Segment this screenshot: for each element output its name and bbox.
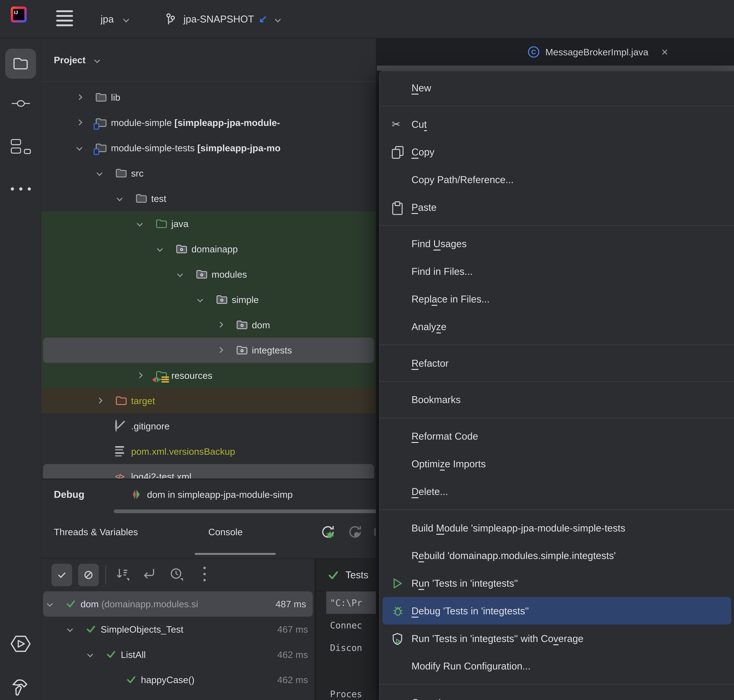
tree-row-gitignore[interactable]: .gitignore: [41, 413, 376, 439]
sort-by-duration-button[interactable]: [116, 566, 130, 582]
menu-item-replace-in-files[interactable]: Replace in Files...: [380, 285, 734, 313]
chevron-right-icon[interactable]: [217, 347, 223, 353]
project-panel-header[interactable]: Project: [41, 38, 376, 82]
menu-item-refactor[interactable]: Refactor: [380, 349, 734, 377]
tool-window-rail: [0, 38, 41, 700]
tab-threads-variables[interactable]: Threads & Variables: [54, 509, 138, 554]
chevron-down-icon[interactable]: [67, 626, 73, 632]
menu-item-copy[interactable]: Copy: [380, 138, 734, 166]
chevron-down-icon[interactable]: [177, 271, 183, 277]
tree-row-modules[interactable]: modules: [41, 262, 376, 287]
close-icon[interactable]: ✕: [661, 47, 668, 57]
chevron-down-icon[interactable]: [97, 170, 103, 176]
tree-row-dom[interactable]: dom: [41, 312, 376, 338]
menu-item-reformat-code[interactable]: Reformat Code: [380, 422, 734, 450]
console-line: Proces: [316, 683, 377, 700]
editor-tab-messagebrokerimpl[interactable]: C MessageBrokerImpl.java ✕: [528, 38, 668, 66]
chevron-down-icon[interactable]: [137, 221, 143, 227]
menu-item-rebuild[interactable]: Rebuild 'domainapp.modules.simple.integt…: [380, 542, 734, 569]
ide-window: IJ jpa jpa-SNAPSHOT ↙: [0, 0, 734, 700]
chevron-down-icon[interactable]: [76, 145, 82, 151]
tree-row-module-simple-tests[interactable]: module-simple-tests [simpleapp-jpa-mo: [41, 135, 376, 160]
more-options-button[interactable]: [203, 565, 207, 584]
chevron-down-icon[interactable]: [157, 246, 163, 252]
main-menu-burger-icon[interactable]: [56, 10, 73, 28]
chevron-down-icon[interactable]: [197, 296, 203, 303]
tree-row-java[interactable]: java: [41, 211, 376, 237]
menu-item-paste[interactable]: Paste: [380, 193, 734, 221]
commit-tool-button[interactable]: [5, 88, 36, 119]
tree-row-integtests-selected[interactable]: integtests: [43, 338, 374, 363]
build-tool-button[interactable]: [5, 672, 36, 700]
menu-item-bookmarks[interactable]: Bookmarks: [380, 386, 734, 413]
project-selector[interactable]: jpa: [101, 0, 128, 38]
resume-button[interactable]: [347, 524, 363, 540]
copy-icon: [392, 146, 404, 158]
chevron-down-icon[interactable]: [117, 195, 123, 201]
chevron-right-icon[interactable]: [137, 372, 143, 378]
tree-row-resources[interactable]: resources: [41, 363, 376, 388]
chevron-down-icon[interactable]: [47, 601, 53, 607]
menu-item-run-tests-with-coverage[interactable]: Run 'Tests in 'integtests'' with Coverag…: [380, 625, 734, 652]
circle-slash-icon: [84, 570, 93, 579]
navigate-with-selection-button[interactable]: [142, 566, 156, 581]
console-section: Tests "C:\Pr Connec Discon Proces: [314, 559, 377, 700]
tree-row-lib[interactable]: lib: [41, 85, 376, 110]
vcs-branch-widget[interactable]: jpa-SNAPSHOT ↙: [165, 0, 280, 38]
tab-label: Console: [208, 526, 243, 537]
tree-row-label: resources: [171, 363, 212, 388]
tree-row-log4j2-test-xml[interactable]: </> log4j2-test.xml: [43, 464, 374, 478]
menu-item-copy-path-reference[interactable]: Copy Path/Reference...: [380, 166, 734, 194]
services-tool-button[interactable]: [5, 629, 36, 659]
project-tool-button[interactable]: [5, 49, 36, 79]
coverage-shield-icon: [392, 632, 404, 645]
module-badge-icon: [94, 123, 99, 129]
chevron-right-icon[interactable]: [97, 397, 103, 404]
tree-row-domainapp[interactable]: domainapp: [41, 237, 376, 262]
debug-session-tab[interactable]: dom in simpleapp-jpa-module-simp: [131, 479, 374, 510]
resources-badge-icon: [152, 376, 166, 383]
chevron-right-icon[interactable]: [76, 94, 82, 100]
menu-item-delete[interactable]: Delete...: [380, 478, 734, 505]
menu-item-run-tests[interactable]: Run 'Tests in 'integtests'': [380, 569, 734, 597]
menu-item-debug-tests[interactable]: Debug 'Tests in 'integtests'': [382, 597, 731, 625]
show-passed-button[interactable]: [51, 564, 72, 586]
stop-button[interactable]: [374, 528, 377, 536]
tree-row-src[interactable]: src: [41, 160, 376, 186]
tree-row-target[interactable]: target: [41, 388, 376, 413]
tree-row-test[interactable]: test: [41, 186, 376, 211]
editor-tab-underline: [377, 66, 734, 71]
menu-item-cut[interactable]: ✂Cut: [380, 110, 734, 138]
incoming-commits-arrow-icon: ↙: [258, 14, 267, 24]
chevron-down-icon[interactable]: [87, 651, 93, 657]
intellij-logo-icon[interactable]: IJ: [11, 7, 26, 22]
tree-row-module-simple[interactable]: module-simple [simpleapp-jpa-module-: [41, 110, 376, 135]
more-tool-windows-button[interactable]: [5, 174, 36, 204]
history-clock-button[interactable]: [169, 566, 185, 582]
test-row-happycase[interactable]: happyCase() 462 ms: [41, 667, 314, 693]
menu-item-open-in[interactable]: Open In: [380, 689, 734, 700]
tree-row-pom-versionsbackup[interactable]: pom.xml.versionsBackup: [41, 439, 376, 464]
chevron-right-icon[interactable]: [76, 119, 82, 125]
context-menu: New ✂Cut Copy Copy Path/Reference... Pas…: [379, 71, 734, 700]
java-class-icon: C: [528, 46, 539, 57]
structure-tool-button[interactable]: [5, 132, 36, 162]
menu-item-new[interactable]: New: [380, 74, 734, 101]
tab-console[interactable]: Console: [208, 509, 243, 554]
module-folder-icon: [95, 142, 107, 154]
test-time: 462 ms: [277, 667, 308, 693]
menu-item-build-module[interactable]: Build Module 'simpleapp-jpa-module-simpl…: [380, 514, 734, 542]
chevron-right-icon[interactable]: [217, 322, 223, 328]
tree-row-simple[interactable]: simple: [41, 287, 376, 312]
menu-item-find-in-files[interactable]: Find in Files...: [380, 257, 734, 285]
test-row-listall[interactable]: ListAll 462 ms: [41, 642, 314, 667]
tab-label: Threads & Variables: [54, 526, 138, 537]
test-row-dom[interactable]: dom (domainapp.modules.si 487 ms: [43, 591, 313, 617]
menu-item-find-usages[interactable]: Find Usages: [380, 230, 734, 257]
menu-item-optimize-imports[interactable]: Optimize Imports: [380, 450, 734, 478]
menu-item-modify-run-configuration[interactable]: Modify Run Configuration...: [380, 652, 734, 680]
menu-item-analyze[interactable]: Analyze: [380, 313, 734, 340]
show-ignored-button[interactable]: [78, 564, 99, 586]
rerun-button[interactable]: [320, 524, 336, 540]
test-row-simpleobjects-test[interactable]: SimpleObjects_Test 467 ms: [41, 617, 314, 642]
